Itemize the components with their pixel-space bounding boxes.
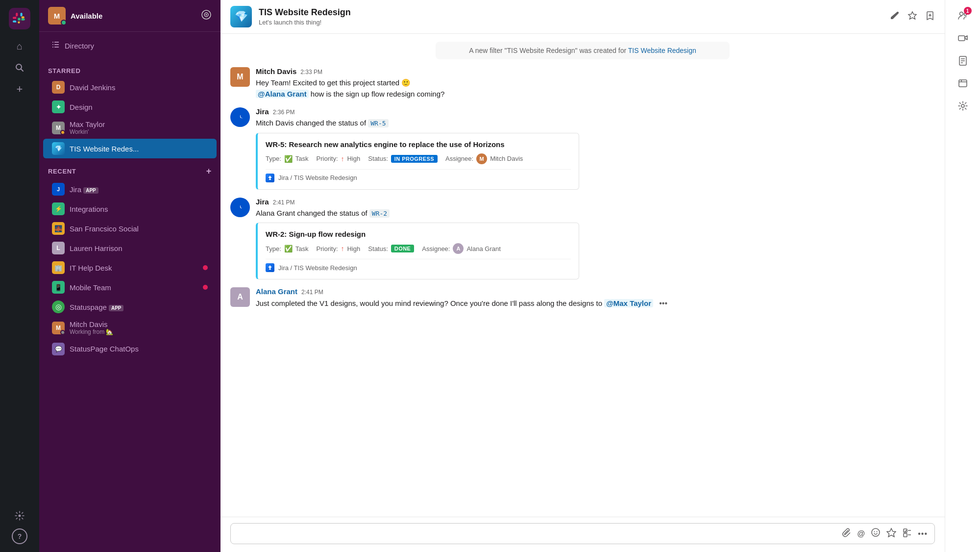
- shortcuts-button[interactable]: [886, 527, 896, 540]
- priority-value-1: High: [347, 155, 361, 162]
- attach-file-button[interactable]: [842, 527, 852, 540]
- sidebar-item-san-francisco[interactable]: 🌉 San Francsico Social: [43, 219, 217, 238]
- jira-card-2: WR-2: Sign-up flow redesign Type: ✅ Task…: [256, 223, 579, 279]
- sidebar-item-max-taylor[interactable]: M Max Taylor Workin': [43, 117, 217, 139]
- jira-msg-body-1: Jira 2:36 PM Mitch Davis changed the sta…: [256, 107, 935, 190]
- type-label-1: Type:: [266, 155, 281, 162]
- people-panel-icon[interactable]: 1: [953, 6, 973, 25]
- type-meta-2: Type: ✅ Task: [266, 245, 309, 252]
- user-status[interactable]: M Available: [48, 7, 102, 25]
- lauren-avatar: L: [52, 242, 65, 254]
- status-badge-1: IN PROGRESS: [391, 155, 438, 163]
- starred-section-header: STARRED: [39, 59, 220, 77]
- status-meta-2: Status: DONE: [368, 245, 414, 252]
- video-panel-icon[interactable]: [953, 28, 973, 48]
- svg-line-1: [21, 69, 24, 72]
- sidebar-item-statuspage[interactable]: ◎ StatuspageAPP: [43, 297, 217, 317]
- jira-tag-2: WR-2: [369, 209, 390, 218]
- compose-icon[interactable]: +: [11, 80, 28, 98]
- sidebar-item-design[interactable]: ✦ Design: [43, 97, 217, 117]
- sidebar-item-jira[interactable]: J JiraAPP: [43, 179, 217, 199]
- sidebar-item-integrations[interactable]: ⚡ Integrations: [43, 199, 217, 219]
- svg-rect-6: [52, 42, 53, 43]
- svg-marker-12: [908, 12, 916, 19]
- right-panel: 1: [945, 0, 980, 552]
- status-badge-2: DONE: [391, 245, 415, 252]
- channel-header: 💎 TIS Website Redesign Let's launch this…: [220, 0, 945, 34]
- assignee-name-1: Mitch Davis: [490, 155, 523, 162]
- settings-icon[interactable]: [11, 507, 28, 525]
- jira-time-1: 2:36 PM: [273, 109, 295, 116]
- sidebar-item-david-jenkins[interactable]: D David Jenkins: [43, 77, 217, 97]
- jira-text-1: Mitch Davis changed the status of WR-5: [256, 118, 935, 129]
- directory-label: Directory: [65, 42, 94, 50]
- priority-arrow-1: ↑: [341, 155, 344, 163]
- tis-website-name: TIS Website Redes...: [70, 145, 208, 153]
- priority-label-2: Priority:: [317, 245, 338, 252]
- user-avatar-wrap: M: [48, 7, 66, 25]
- more-input-button[interactable]: •••: [918, 529, 928, 538]
- sidebar-item-mitch-davis[interactable]: M Mitch Davis Working from 🏡: [43, 317, 217, 339]
- max-taylor-status: Workin': [70, 128, 208, 135]
- search-icon[interactable]: [11, 59, 28, 76]
- alana-avatar: A: [230, 287, 250, 307]
- jira-app-avatar-1: [230, 107, 250, 127]
- type-label-2: Type:: [266, 245, 281, 252]
- mention-button[interactable]: @: [858, 529, 865, 538]
- sf-name: San Francsico Social: [70, 225, 208, 233]
- message-input[interactable]: [238, 528, 837, 540]
- max-taylor-name: Max Taylor: [70, 120, 208, 128]
- recent-label: RECENT: [48, 168, 76, 175]
- list-icon: [52, 41, 60, 50]
- emoji-button[interactable]: [871, 527, 881, 540]
- sidebar-item-tis-website[interactable]: 💎 TIS Website Redes...: [43, 139, 217, 158]
- sidebar-item-statuspage-chatops[interactable]: 💬 StatusPage ChatOps: [43, 339, 217, 359]
- jira-card-meta-1: Type: ✅ Task Priority: ↑ High Status: IN…: [266, 153, 571, 164]
- sidebar-item-it-help-desk[interactable]: 🏢 IT Help Desk: [43, 258, 217, 277]
- max-taylor-avatar: M: [52, 122, 65, 134]
- gear-panel-icon[interactable]: [953, 96, 973, 116]
- assignee-avatar-1: M: [476, 153, 487, 164]
- message-input-area: @ •••: [220, 517, 945, 552]
- checklist-button[interactable]: [902, 527, 912, 540]
- mobile-team-avatar: 📱: [52, 281, 65, 294]
- edit-channel-button[interactable]: [890, 11, 900, 23]
- help-icon[interactable]: ?: [12, 528, 27, 544]
- svg-rect-34: [959, 80, 967, 87]
- assignee-label-1: Assignee:: [445, 155, 473, 162]
- jira-card-title-1: WR-5: Research new analytics engine to r…: [266, 140, 571, 149]
- recent-section-header: RECENT +: [39, 158, 220, 179]
- assignee-meta-1: Assignee: M Mitch Davis: [445, 153, 523, 164]
- add-channel-icon[interactable]: +: [206, 166, 212, 176]
- sidebar-item-directory[interactable]: Directory: [43, 37, 217, 54]
- integrations-name: Integrations: [70, 205, 208, 213]
- sidebar-item-lauren-harrison[interactable]: L Lauren Harrison: [43, 238, 217, 258]
- status-meta-1: Status: IN PROGRESS: [368, 155, 438, 163]
- app-logo[interactable]: [9, 8, 30, 29]
- home-icon[interactable]: ⌂: [11, 37, 28, 55]
- assignee-name-2: Alana Grant: [466, 245, 500, 252]
- system-msg-link[interactable]: TIS Website Redesign: [628, 47, 696, 54]
- star-channel-button[interactable]: [907, 11, 917, 23]
- design-avatar: ✦: [52, 100, 65, 113]
- header-actions: [890, 11, 935, 23]
- jira-app-badge: APP: [83, 187, 98, 194]
- more-options-button[interactable]: •••: [659, 299, 667, 307]
- max-mention[interactable]: @Max Taylor: [604, 299, 653, 307]
- doc-panel-icon[interactable]: [953, 51, 973, 71]
- bookmark-channel-button[interactable]: [925, 11, 935, 23]
- alana-mention[interactable]: @Alana Grant: [256, 90, 309, 98]
- notification-settings-icon[interactable]: [201, 9, 212, 23]
- svg-rect-9: [54, 44, 59, 45]
- message-alana-1: A Alana Grant 2:41 PM Just completed the…: [230, 287, 935, 309]
- jira-time-2: 2:41 PM: [273, 199, 295, 206]
- lauren-name: Lauren Harrison: [70, 244, 208, 252]
- priority-value-2: High: [347, 245, 361, 252]
- sidebar-item-mobile-team[interactable]: 📱 Mobile Team: [43, 277, 217, 297]
- file-panel-icon[interactable]: [953, 74, 973, 93]
- jira-card-1: WR-5: Research new analytics engine to r…: [256, 133, 579, 190]
- chatops-name: StatusPage ChatOps: [70, 345, 208, 353]
- mitch-avatar: M: [230, 67, 250, 87]
- system-msg-text: A new filter "TIS Website Redesign" was …: [469, 47, 628, 54]
- svg-point-19: [872, 528, 880, 536]
